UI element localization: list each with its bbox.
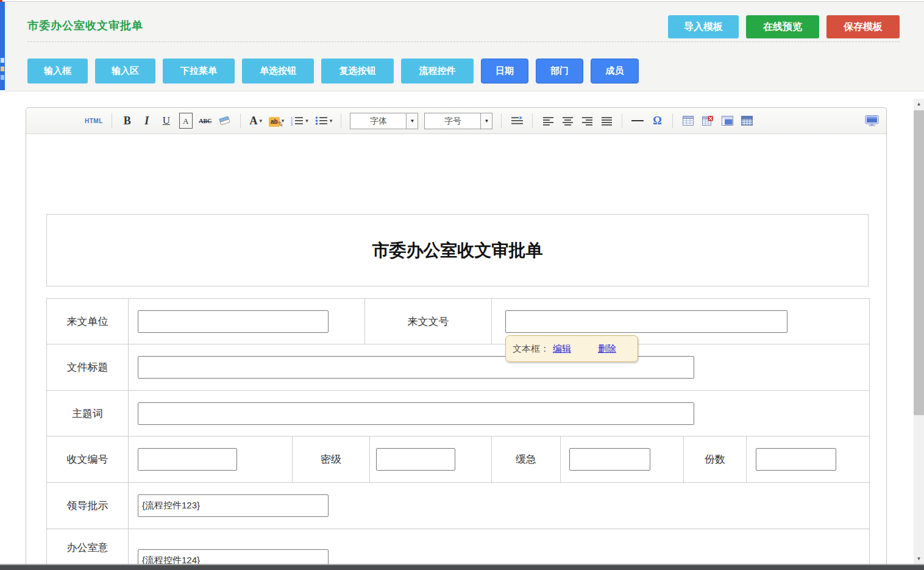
- ordered-list-button[interactable]: 1 2 3 ▾: [290, 113, 308, 129]
- incoming-unit-label: 来文单位: [47, 299, 129, 344]
- scrollbar-thumb[interactable]: [914, 110, 924, 415]
- widget-department-button[interactable]: 部门: [536, 59, 583, 84]
- save-template-button[interactable]: 保存模板: [826, 15, 900, 38]
- widget-member-button[interactable]: 成员: [591, 59, 639, 84]
- widget-textarea-button[interactable]: 输入区: [95, 59, 155, 84]
- template-actions: 导入模板 在线预览 保存模板: [668, 15, 900, 38]
- office-opinion-input[interactable]: [138, 549, 329, 565]
- html-source-button[interactable]: HTML: [85, 113, 103, 129]
- underline-button[interactable]: U: [160, 113, 173, 129]
- toolbar-separator: [240, 113, 241, 128]
- table-properties-button[interactable]: [720, 113, 734, 129]
- table-cells-icon: [741, 116, 753, 126]
- align-center-button[interactable]: [561, 113, 574, 129]
- pencil-icon: ✎: [277, 119, 284, 129]
- scroll-down-arrow-icon[interactable]: ▼: [914, 554, 924, 564]
- delete-table-button[interactable]: [701, 113, 714, 129]
- table-cell: [129, 299, 365, 344]
- leader-instructions-label: 领导批示: [47, 483, 129, 529]
- unordered-list-button[interactable]: ▾: [315, 113, 333, 129]
- widget-dropdown-button[interactable]: 下拉菜单: [163, 59, 235, 84]
- font-size-select[interactable]: 字号 ▼: [424, 113, 492, 129]
- indent-button[interactable]: [510, 113, 524, 129]
- edit-link[interactable]: 编辑: [553, 343, 571, 355]
- copies-input[interactable]: [756, 448, 836, 471]
- table-delete-icon: [702, 116, 713, 126]
- widget-input-box-button[interactable]: 输入框: [27, 59, 88, 84]
- template-header-panel: 市委办公室收文审批单 导入模板 在线预览 保存模板 输入框 输入区 下拉菜单 单…: [5, 2, 924, 91]
- rich-text-editor: HTML B I U A ABC A ▾ ab ✎ ▾: [26, 107, 887, 570]
- table-cell: [747, 436, 869, 482]
- eraser-icon: [218, 116, 231, 126]
- table-cell: [370, 436, 492, 482]
- receipt-number-input[interactable]: [138, 448, 237, 471]
- delete-link[interactable]: 删除: [598, 343, 616, 355]
- table-cells-button[interactable]: [740, 113, 753, 129]
- remove-format-button[interactable]: [218, 113, 232, 129]
- table-cell: [561, 436, 684, 482]
- table-row: 办公室意: [47, 529, 869, 565]
- align-right-icon: [581, 116, 593, 126]
- incoming-unit-input[interactable]: [138, 310, 329, 333]
- toolbar-separator: [532, 113, 533, 128]
- incoming-doc-number-input[interactable]: [505, 310, 787, 333]
- ordered-list-icon: 1 2 3: [290, 116, 304, 126]
- align-left-button[interactable]: [541, 113, 555, 129]
- table-properties-icon: [722, 116, 733, 126]
- font-family-select[interactable]: 字体 ▼: [350, 113, 418, 129]
- toolbar-separator: [501, 113, 502, 128]
- align-right-button[interactable]: [580, 113, 594, 129]
- office-opinion-label: 办公室意: [47, 529, 129, 565]
- horizontal-rule-button[interactable]: [631, 113, 644, 129]
- indent-icon: [511, 116, 524, 126]
- strikethrough-button[interactable]: ABC: [199, 113, 212, 129]
- italic-button[interactable]: I: [140, 113, 154, 129]
- widget-radio-button[interactable]: 单选按钮: [242, 59, 314, 84]
- table-cell: [129, 344, 869, 390]
- table-row: 来文单位 来文文号: [47, 299, 869, 344]
- table-cell: [129, 529, 869, 565]
- toolbar-separator: [622, 113, 622, 128]
- approval-form-table: 来文单位 来文文号 文件标题 主题词: [46, 298, 870, 565]
- editor-toolbar: HTML B I U A ABC A ▾ ab ✎ ▾: [26, 108, 886, 134]
- caret-down-icon: ▾: [305, 118, 308, 124]
- align-left-icon: [542, 116, 554, 126]
- bold-button[interactable]: B: [121, 113, 134, 129]
- widget-toolbar: 输入框 输入区 下拉菜单 单选按钮 复选按钮 流程控件 日期 部门 成员: [27, 59, 639, 84]
- subject-words-input[interactable]: [138, 402, 694, 425]
- font-color-button[interactable]: A ▾: [249, 113, 263, 129]
- highlight-color-button[interactable]: ab ✎ ▾: [269, 113, 285, 129]
- toolbar-separator: [112, 113, 112, 128]
- security-level-input[interactable]: [376, 448, 455, 471]
- monitor-icon: [865, 115, 879, 126]
- strip-mark: [1, 58, 4, 63]
- fullscreen-button[interactable]: [865, 113, 879, 129]
- urgency-input[interactable]: [569, 448, 650, 471]
- scroll-up-arrow-icon[interactable]: ▲: [914, 99, 924, 109]
- bottom-window-edge: [0, 564, 924, 570]
- editor-document-area[interactable]: 市委办公室收文审批单 来文单位 来文文号 文件标题: [26, 134, 886, 565]
- copies-label: 份数: [684, 436, 747, 482]
- online-preview-button[interactable]: 在线预览: [746, 15, 819, 38]
- caret-down-icon: ▾: [330, 118, 333, 124]
- import-template-button[interactable]: 导入模板: [668, 15, 739, 38]
- special-char-button[interactable]: Ω: [650, 113, 664, 129]
- form-title: 市委办公室收文审批单: [372, 239, 543, 262]
- horizontal-rule-icon: [631, 120, 644, 121]
- table-row: 主题词: [47, 391, 869, 436]
- widget-checkbox-button[interactable]: 复选按钮: [321, 59, 394, 84]
- urgency-label: 缓急: [492, 436, 561, 482]
- tooltip-label: 文本框：: [513, 343, 549, 355]
- widget-flow-control-button[interactable]: 流程控件: [401, 59, 474, 84]
- vertical-scrollbar[interactable]: ▲ ▼: [914, 99, 924, 564]
- caret-down-icon: ▾: [260, 118, 263, 124]
- insert-table-button[interactable]: [681, 113, 695, 129]
- subject-words-label: 主题词: [47, 391, 129, 436]
- toolbar-separator: [672, 113, 673, 128]
- table-cell: [129, 391, 869, 436]
- justify-button[interactable]: [600, 113, 613, 129]
- widget-date-button[interactable]: 日期: [481, 59, 528, 84]
- caret-down-icon: ▼: [406, 113, 418, 129]
- font-style-button[interactable]: A: [179, 113, 193, 129]
- leader-instructions-input[interactable]: [138, 494, 329, 517]
